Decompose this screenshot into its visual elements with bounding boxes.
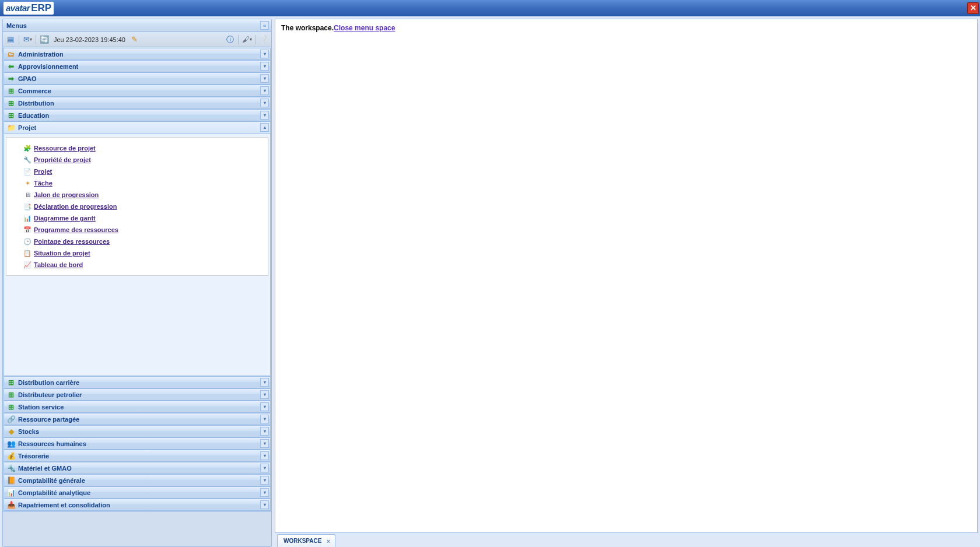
section-icon: 👥: [6, 439, 16, 448]
section-icon: ⬅: [6, 62, 16, 71]
chevron-down-icon[interactable]: ▾: [260, 390, 269, 399]
chevron-down-icon[interactable]: ▾: [260, 99, 269, 107]
chevron-down-icon[interactable]: ▾: [260, 378, 269, 387]
tree-item-icon: 🔧: [23, 155, 32, 164]
workspace-text: The workspace.: [281, 24, 334, 32]
help-icon[interactable]: ❔: [258, 34, 269, 45]
chevron-down-icon[interactable]: ▾: [260, 427, 269, 436]
accordion-label: Administration: [18, 51, 260, 58]
tree-item-link[interactable]: Ressource de projet: [34, 145, 96, 152]
accordion-label: Projet: [18, 124, 260, 131]
tree-item-icon: 📅: [23, 225, 32, 234]
separator: [238, 35, 239, 44]
accordion-header[interactable]: ◆Stocks▾: [4, 425, 271, 437]
tree-item[interactable]: 🧩 Ressource de projet: [9, 142, 265, 154]
chevron-down-icon[interactable]: ▾: [260, 402, 269, 411]
accordion-header[interactable]: 👥Ressources humaines▾: [4, 437, 271, 450]
tree-item-link[interactable]: Projet: [34, 168, 52, 175]
tab-close-icon[interactable]: ×: [325, 538, 331, 544]
accordion-header[interactable]: ⬅Approvisionnement▾: [4, 60, 271, 72]
chevron-down-icon[interactable]: ▾: [260, 464, 269, 472]
info-icon[interactable]: ⓘ: [225, 34, 235, 45]
accordion-header[interactable]: 🗂Administration▾: [4, 48, 271, 60]
collapse-sidebar-button[interactable]: «: [260, 21, 269, 30]
chevron-down-icon[interactable]: ▾: [260, 111, 269, 120]
tree-item-icon: 📈: [23, 260, 32, 269]
accordion-header[interactable]: ⊞Distributeur petrolier▾: [4, 388, 271, 401]
tree-item-link[interactable]: Tâche: [34, 180, 52, 187]
accordion-header[interactable]: ⊞Education▾: [4, 109, 271, 121]
accordion-header[interactable]: 📊Comptabilité analytique▾: [4, 486, 271, 499]
workspace-area: The workspace.Close menu space WORKSPACE…: [275, 19, 978, 547]
accordion-header[interactable]: 🔩Matériel et GMAO▾: [4, 462, 271, 474]
accordion-body: 🧩 Ressource de projet🔧 Propriété de proj…: [4, 134, 271, 376]
chevron-up-icon[interactable]: ▴: [260, 123, 269, 132]
accordion-header[interactable]: 📙Comptabilité générale▾: [4, 474, 271, 486]
separator: [255, 35, 256, 44]
accordion-header[interactable]: 📥Rapatriement et consolidation▾: [4, 499, 271, 511]
tree-item-link[interactable]: Programme des ressources: [34, 226, 118, 233]
section-icon: 🔗: [6, 415, 16, 424]
tree-item[interactable]: 📋 Situation de projet: [9, 247, 265, 259]
accordion-label: Matériel et GMAO: [18, 465, 260, 472]
chevron-down-icon[interactable]: ▾: [260, 86, 269, 95]
chevron-down-icon[interactable]: ▾: [260, 488, 269, 497]
chevron-down-icon[interactable]: ▾: [260, 50, 269, 58]
theme-icon[interactable]: 🖌▾: [242, 34, 252, 45]
section-icon: ⊞: [6, 111, 16, 120]
workspace-tab[interactable]: WORKSPACE ×: [277, 534, 335, 547]
tree-item[interactable]: 📅 Programme des ressources: [9, 224, 265, 236]
tree-item-icon: 📄: [23, 167, 32, 176]
tree-item-icon: 🧩: [23, 143, 32, 153]
chevron-down-icon[interactable]: ▾: [260, 74, 269, 83]
menus-panel-header: Menus «: [3, 19, 271, 32]
refresh-icon[interactable]: 🔄: [39, 34, 50, 45]
tree-item[interactable]: 🔧 Propriété de projet: [9, 154, 265, 166]
tree-item[interactable]: 🖥 Jalon de progression: [9, 189, 265, 201]
accordion-label: Ressource partagée: [18, 416, 260, 423]
accordion-header[interactable]: 🔗Ressource partagée▾: [4, 413, 271, 425]
accordion-header[interactable]: 📁Projet▴: [4, 121, 271, 134]
chevron-down-icon[interactable]: ▾: [260, 62, 269, 71]
tree-item-link[interactable]: Jalon de progression: [34, 191, 99, 198]
tree-item-link[interactable]: Tableau de bord: [34, 261, 83, 268]
tree-item-link[interactable]: Situation de projet: [34, 250, 90, 257]
menus-toolbar: ▤ ✉▾ 🔄 Jeu 23-02-2023 19:45:40 ✎ ⓘ 🖌▾ ❔: [3, 32, 271, 47]
tree-item[interactable]: 📈 Tableau de bord: [9, 259, 265, 271]
tree-item[interactable]: 📄 Projet: [9, 166, 265, 177]
chevron-down-icon[interactable]: ▾: [260, 451, 269, 460]
accordion-header[interactable]: ⊞Distribution carrière▾: [4, 376, 271, 388]
title-bar: avatar ERP ✕: [0, 0, 980, 16]
mail-icon[interactable]: ✉▾: [22, 34, 33, 45]
chevron-down-icon[interactable]: ▾: [260, 439, 269, 448]
chevron-down-icon[interactable]: ▾: [260, 415, 269, 423]
accordion-label: Station service: [18, 404, 260, 411]
accordion-header[interactable]: ⊞Station service▾: [4, 401, 271, 413]
section-icon: 📙: [6, 476, 16, 485]
tree-item-link[interactable]: Diagramme de gantt: [34, 215, 96, 222]
accordion-header[interactable]: ➡GPAO▾: [4, 72, 271, 85]
chevron-down-icon[interactable]: ▾: [260, 500, 269, 509]
window-close-button[interactable]: ✕: [967, 2, 979, 14]
chevron-down-icon[interactable]: ▾: [260, 476, 269, 485]
tree-item-link[interactable]: Déclaration de progression: [34, 203, 117, 210]
panel-footer-pad: [3, 511, 271, 546]
tree-item[interactable]: 📑 Déclaration de progression: [9, 201, 265, 212]
tree-item[interactable]: ✴ Tâche: [9, 177, 265, 189]
close-menu-space-link[interactable]: Close menu space: [334, 24, 395, 32]
accordion-label: Comptabilité analytique: [18, 489, 260, 496]
tree-item-link[interactable]: Propriété de projet: [34, 156, 91, 163]
section-icon: ◆: [6, 427, 16, 436]
accordion-header[interactable]: 💰Trésorerie▾: [4, 450, 271, 462]
notes-icon[interactable]: ▤: [5, 34, 16, 45]
accordion-label: Distributeur petrolier: [18, 391, 260, 398]
accordion-label: Trésorerie: [18, 453, 260, 460]
accordion-header[interactable]: ⊞Distribution▾: [4, 97, 271, 109]
accordion-header[interactable]: ⊞Commerce▾: [4, 85, 271, 97]
separator: [19, 35, 19, 44]
edit-icon[interactable]: ✎: [130, 34, 140, 45]
main-body: Menus « ▤ ✉▾ 🔄 Jeu 23-02-2023 19:45:40 ✎…: [0, 16, 980, 547]
tree-item[interactable]: 🕒 Pointage des ressources: [9, 236, 265, 247]
tree-item-link[interactable]: Pointage des ressources: [34, 238, 110, 245]
tree-item[interactable]: 📊 Diagramme de gantt: [9, 212, 265, 224]
